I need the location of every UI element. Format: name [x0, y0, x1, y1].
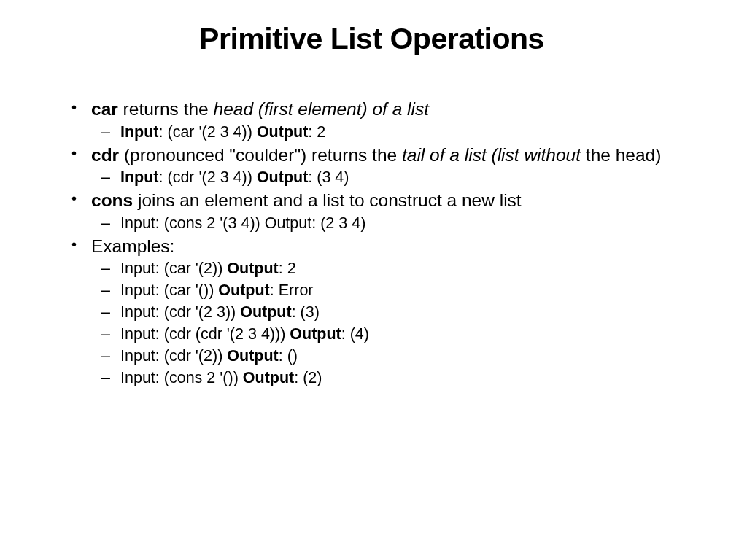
slide-title: Primitive List Operations — [58, 22, 685, 56]
text-segment: Input: (cdr (cdr '(2 3 4))) — [120, 325, 290, 343]
text-segment: Input: (car '()) — [120, 281, 218, 299]
bullet-list: car returns the head (first element) of … — [58, 98, 685, 387]
text-segment: returns the — [118, 99, 214, 119]
text-segment: Output — [290, 325, 341, 343]
text-segment: Input: (cdr '(2 3)) — [120, 303, 240, 321]
sub-bullet-item: Input: (cdr '(2 3)) Output: (3) — [91, 303, 685, 322]
text-segment: : (3 4) — [308, 168, 349, 186]
sub-bullet-item: Input: (cons 2 '(3 4)) Output: (2 3 4) — [91, 214, 685, 233]
sub-bullet-list: Input: (car '(2 3 4)) Output: 2 — [91, 122, 685, 142]
bullet-item: car returns the head (first element) of … — [58, 98, 685, 142]
text-segment: : Error — [270, 281, 314, 299]
text-segment: Output — [227, 260, 278, 277]
sub-bullet-item: Input: (car '(2)) Output: 2 — [91, 259, 685, 279]
text-segment: : 2 — [308, 123, 325, 141]
sub-bullet-item: Input: (car '(2 3 4)) Output: 2 — [91, 122, 685, 142]
sub-bullet-item: Input: (cdr '(2)) Output: () — [91, 346, 685, 366]
bullet-item: cons joins an element and a list to cons… — [58, 190, 685, 233]
text-segment: Output — [257, 168, 308, 186]
text-segment: car — [91, 99, 118, 119]
text-segment: Output — [218, 281, 269, 299]
bullet-item: Examples:Input: (car '(2)) Output: 2Inpu… — [58, 236, 685, 388]
text-segment: : (cdr '(2 3 4)) — [159, 168, 257, 186]
text-segment: Input — [120, 168, 159, 186]
text-segment: : 2 — [279, 260, 296, 277]
text-segment: Input — [120, 123, 159, 141]
text-segment: : (4) — [341, 325, 369, 343]
text-segment: Output — [240, 303, 291, 321]
text-segment: Output — [243, 369, 294, 386]
text-segment: Input: (cons 2 '()) — [120, 369, 243, 386]
text-segment: cons — [91, 190, 133, 210]
sub-bullet-item: Input: (cdr '(2 3 4)) Output: (3 4) — [91, 168, 685, 187]
text-segment: tail of a list (list without — [402, 145, 586, 165]
text-segment: Examples: — [91, 236, 174, 256]
sub-bullet-list: Input: (car '(2)) Output: 2Input: (car '… — [91, 259, 685, 387]
text-segment: Input: (cons 2 '(3 4)) Output: (2 3 4) — [120, 214, 365, 232]
bullet-item: cdr (pronounced "coulder") returns the t… — [58, 144, 685, 188]
text-segment: joins an element and a list to construct… — [133, 190, 521, 210]
text-segment: Output — [257, 123, 308, 141]
text-segment: Input: (cdr '(2)) — [120, 347, 227, 365]
sub-bullet-list: Input: (cdr '(2 3 4)) Output: (3 4) — [91, 168, 685, 187]
sub-bullet-item: Input: (cons 2 '()) Output: (2) — [91, 368, 685, 388]
text-segment: cdr — [91, 145, 119, 165]
text-segment: : (car '(2 3 4)) — [159, 123, 257, 141]
text-segment: the head) — [586, 145, 662, 165]
sub-bullet-item: Input: (cdr (cdr '(2 3 4))) Output: (4) — [91, 324, 685, 344]
text-segment: Output — [227, 347, 278, 365]
text-segment: : (3) — [292, 303, 320, 321]
text-segment: Input: (car '(2)) — [120, 260, 227, 277]
sub-bullet-item: Input: (car '()) Output: Error — [91, 281, 685, 300]
sub-bullet-list: Input: (cons 2 '(3 4)) Output: (2 3 4) — [91, 214, 685, 233]
text-segment: head (first element) of a list — [214, 99, 429, 119]
text-segment: : (2) — [294, 369, 322, 386]
text-segment: (pronounced "coulder") returns the — [119, 145, 402, 165]
text-segment: : () — [279, 347, 298, 365]
